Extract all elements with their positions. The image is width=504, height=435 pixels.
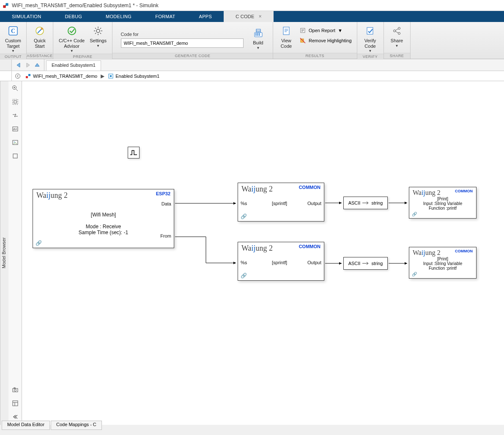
group-results: View Code Open Report ▼ Remove Highlight…	[273, 22, 357, 59]
svg-point-35	[14, 142, 15, 143]
collapse-icon[interactable]	[11, 412, 20, 421]
view-code-label: View Code	[281, 38, 292, 49]
verify-icon	[365, 25, 376, 36]
wand-icon	[34, 25, 45, 36]
dropdown-icon: ▼	[395, 44, 399, 48]
breadcrumb-leaf[interactable]: Enabled Subsystem1	[106, 73, 161, 79]
palette: A≡	[8, 81, 22, 425]
explorer-nav: Enabled Subsystem1	[0, 59, 504, 71]
image-icon[interactable]	[11, 138, 20, 147]
bottom-tabs: Model Data Editor Code Mappings - C	[2, 421, 102, 430]
print-l2: Input :String Variable	[409, 201, 476, 206]
share-label: Share	[391, 38, 403, 44]
panel-icon[interactable]	[11, 399, 20, 408]
custom-target-label: Custom Target	[5, 38, 21, 49]
nav-back-button[interactable]	[14, 61, 23, 69]
canvas[interactable]: Waijung 2 ESP32 [Wifi Mesh] Mode : Recei…	[22, 81, 504, 425]
tab-close-icon[interactable]: ×	[259, 14, 262, 19]
group-verify-label: VERIFY	[357, 54, 383, 60]
annotation-icon[interactable]: A≡	[11, 124, 20, 134]
group-verify: Verify Code ▼ VERIFY	[357, 22, 384, 59]
svg-rect-36	[13, 154, 17, 158]
fit-to-view-icon[interactable]	[11, 97, 20, 107]
zoom-in-icon[interactable]	[11, 84, 20, 93]
ascii-to-string-block-2[interactable]: ASCII string	[343, 257, 388, 270]
block-name: [sprintf]	[272, 260, 287, 265]
ribbon-tabstrip: SIMULATION DEBUG MODELING FORMAT APPS C …	[0, 11, 504, 22]
wifi-sampletime: Sample Time (sec): -1	[33, 230, 174, 235]
quick-start-label: Quick Start	[34, 38, 46, 49]
conv-out: string	[371, 200, 383, 205]
svg-rect-13	[257, 35, 258, 36]
settings-label: Settings	[90, 38, 107, 44]
breadcrumb-root[interactable]: WIFI_mesh_TRANSMIT_demo	[24, 73, 99, 79]
quick-start-button[interactable]: Quick Start	[29, 24, 50, 49]
port-data: Data	[162, 201, 171, 206]
window-title: WIFI_mesh_TRANSMIT_demo/Enabled Subsyste…	[12, 3, 159, 8]
nav-up-button[interactable]	[33, 61, 41, 69]
remove-highlighting-button[interactable]: Remove Highlighting	[297, 36, 354, 45]
view-code-button[interactable]: View Code	[276, 24, 297, 49]
arrow-icon	[362, 201, 370, 205]
breadcrumb-separator-icon: ▶	[99, 73, 106, 79]
svg-rect-40	[13, 401, 18, 406]
tab-format[interactable]: FORMAT	[143, 11, 187, 22]
group-generate-code: Code for 010 Build ▼ GENERATE CODE	[112, 22, 273, 59]
sprintf-block-1[interactable]: Waijung 2 COMMON %s [sprintf] Output 🔗	[238, 183, 324, 222]
tab-apps[interactable]: APPS	[187, 11, 224, 22]
open-report-button[interactable]: Open Report ▼	[297, 26, 354, 35]
simulink-app-icon	[3, 2, 9, 9]
svg-rect-10	[257, 33, 258, 34]
group-assistance-label: ASSISTANCE	[27, 53, 53, 59]
svg-rect-20	[367, 27, 373, 34]
breadcrumb-leaf-label: Enabled Subsystem1	[115, 74, 159, 79]
conv-in: ASCII	[348, 261, 361, 266]
ascii-to-string-block-1[interactable]: ASCII string	[343, 197, 388, 209]
wifi-mesh-block[interactable]: Waijung 2 ESP32 [Wifi Mesh] Mode : Recei…	[33, 189, 174, 248]
print-block-2[interactable]: Waijung 2 COMMON [Print] Input :String V…	[409, 247, 477, 279]
port-in-fmt: %s	[241, 260, 247, 265]
port-output: Output	[307, 260, 321, 265]
tab-simulation[interactable]: SIMULATION	[0, 11, 53, 22]
print-l3: Function :printf	[409, 206, 476, 211]
port-output: Output	[307, 201, 321, 206]
svg-point-5	[41, 28, 43, 30]
port-in-fmt: %s	[241, 201, 247, 206]
arrows-icon[interactable]	[11, 111, 20, 120]
svg-rect-30	[13, 99, 18, 104]
svg-text:C: C	[11, 28, 15, 34]
settings-button[interactable]: Settings ▼	[87, 24, 109, 49]
code-advisor-button[interactable]: C/C++ Code Advisor ▼	[56, 24, 87, 54]
code-mappings-tab[interactable]: Code Mappings - C	[51, 421, 102, 430]
code-for-label: Code for	[121, 32, 244, 37]
svg-rect-25	[26, 76, 28, 78]
box-icon[interactable]	[11, 151, 20, 161]
camera-icon[interactable]	[11, 385, 20, 394]
build-button[interactable]: 010 Build ▼	[248, 26, 269, 51]
print-block-1[interactable]: Waijung 2 COMMON [Print] Input :String V…	[409, 187, 477, 219]
share-button[interactable]: Share ▼	[386, 24, 408, 49]
verify-code-button[interactable]: Verify Code ▼	[360, 24, 381, 54]
conv-out: string	[371, 261, 383, 266]
custom-target-button[interactable]: C Custom Target ▼	[3, 24, 24, 54]
nav-arrows	[12, 59, 44, 71]
tab-debug[interactable]: DEBUG	[53, 11, 94, 22]
link-icon: 🔗	[241, 213, 247, 219]
model-browser-tab[interactable]: Model Browser	[0, 81, 8, 425]
explorer-tab[interactable]: Enabled Subsystem1	[46, 60, 101, 71]
tab-ccode[interactable]: C CODE ×	[224, 11, 274, 22]
arrow-icon	[362, 262, 370, 265]
tab-modeling[interactable]: MODELING	[94, 11, 143, 22]
model-data-editor-tab[interactable]: Model Data Editor	[2, 421, 50, 430]
remove-highlighting-label: Remove Highlighting	[309, 38, 352, 43]
sprintf-block-2[interactable]: Waijung 2 COMMON %s [sprintf] Output 🔗	[238, 242, 324, 281]
pulse-block[interactable]	[128, 147, 140, 159]
dropdown-icon: ▼	[96, 44, 100, 48]
group-assistance: Quick Start ASSISTANCE	[27, 22, 53, 59]
svg-point-6	[68, 27, 76, 35]
breadcrumb-bar: WIFI_mesh_TRANSMIT_demo ▶ Enabled Subsys…	[0, 71, 504, 81]
svg-rect-28	[110, 75, 112, 77]
code-for-input[interactable]	[121, 38, 244, 48]
nav-forward-button[interactable]	[24, 61, 32, 69]
hide-contents-button[interactable]	[12, 73, 24, 79]
